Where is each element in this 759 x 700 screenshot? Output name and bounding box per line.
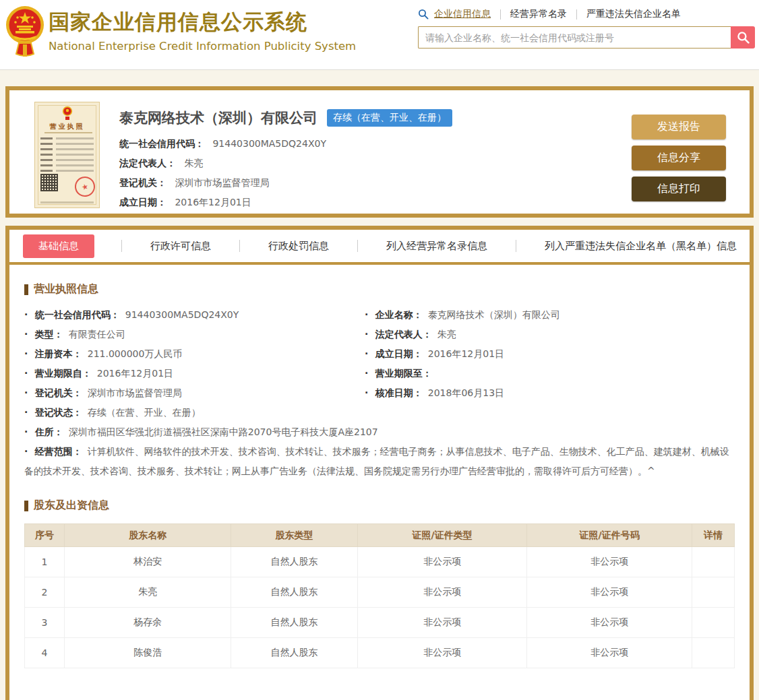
tab-administrative-license[interactable]: 行政许可信息	[149, 234, 212, 258]
company-summary-card: 营业执照 ★ 泰克网络技术（深圳）有限公司 存续（在营、开业、在册） 统一社会信…	[5, 86, 754, 218]
company-name: 泰克网络技术（深圳）有限公司	[119, 108, 317, 127]
info-business-scope: 经营范围：计算机软件、网络软件的技术开发、技术咨询、技术转让、技术服务；经营电子…	[24, 442, 735, 481]
tab-administrative-penalty[interactable]: 行政处罚信息	[267, 234, 330, 258]
shareholders-section-title: 股东及出资信息	[24, 499, 735, 513]
tab-abnormal-operations-list[interactable]: 列入经营异常名录信息	[385, 234, 489, 258]
col-header-shareholder-name: 股东名称	[64, 524, 231, 547]
table-row: 3 杨存余 自然人股东 非公示项 非公示项	[25, 608, 735, 638]
table-row: 4 陈俊浩 自然人股东 非公示项 非公示项	[25, 638, 735, 668]
info-legal-representative: 法定代表人：朱亮	[365, 325, 735, 344]
search-icon	[418, 9, 429, 20]
shareholders-table: 序号 股东名称 股东类型 证照/证件类型 证照/证件号码 详情 1 林治安 自然…	[24, 523, 735, 668]
nav-link-abnormal-operations[interactable]: 经营异常名录	[510, 8, 567, 20]
col-header-shareholder-type: 股东类型	[231, 524, 357, 547]
card-field-credit-code: 统一社会信用代码： 91440300MA5DQ24X0Y	[119, 134, 452, 154]
nav-divider	[500, 9, 501, 20]
table-row: 1 林治安 自然人股东 非公示项 非公示项	[25, 547, 735, 577]
status-badge: 存续（在营、开业、在册）	[327, 109, 452, 127]
license-emblem-icon	[62, 106, 73, 121]
print-info-button[interactable]: 信息打印	[632, 177, 726, 201]
tab-bar: 基础信息 行政许可信息 行政处罚信息 列入经营异常名录信息 列入严重违法失信企业…	[9, 230, 750, 265]
info-address: 住所：深圳市福田区华强北街道福强社区深南中路2070号电子科技大厦A座2107	[24, 422, 735, 442]
card-field-registration-authority: 登记机关： 深圳市市场监督管理局	[119, 173, 452, 193]
card-field-legal-representative: 法定代表人： 朱亮	[119, 154, 452, 173]
card-field-establish-date: 成立日期： 2016年12月01日	[119, 193, 452, 212]
col-header-certificate-number: 证照/证件号码	[527, 524, 692, 547]
col-header-index: 序号	[25, 524, 65, 547]
search-button[interactable]	[731, 26, 755, 49]
license-qr-code	[40, 174, 58, 191]
site-header: 国家企业信用信息公示系统 National Enterprise Credit …	[0, 0, 759, 70]
table-header-row: 序号 股东名称 股东类型 证照/证件类型 证照/证件号码 详情	[25, 524, 735, 547]
info-registration-status: 登记状态：存续（在营、开业、在册）	[24, 403, 365, 422]
tab-basic-info[interactable]: 基础信息	[23, 234, 94, 258]
col-header-details: 详情	[692, 524, 734, 547]
detail-content-box: 基础信息 行政许可信息 行政处罚信息 列入经营异常名录信息 列入严重违法失信企业…	[5, 226, 754, 700]
search-button-icon	[737, 31, 750, 44]
top-nav: 企业信用信息 经营异常名录 严重违法失信企业名单	[418, 7, 755, 22]
info-company-name: 企业名称：泰克网络技术（深圳）有限公司	[365, 305, 735, 325]
info-establish-date: 成立日期：2016年12月01日	[365, 344, 735, 364]
tab-serious-violations-blacklist[interactable]: 列入严重违法失信企业名单（黑名单）信息	[543, 234, 738, 258]
info-credit-code: 统一社会信用代码：91440300MA5DQ24X0Y	[24, 305, 365, 325]
business-license-image: 营业执照 ★	[34, 102, 100, 208]
table-row: 2 朱亮 自然人股东 非公示项 非公示项	[25, 577, 735, 608]
site-subtitle: National Enterprise Credit Information P…	[49, 40, 356, 53]
info-approval-date: 核准日期：2018年06月13日	[365, 383, 735, 403]
license-title: 营业执照	[35, 122, 99, 131]
nav-link-serious-violations[interactable]: 严重违法失信企业名单	[586, 8, 681, 20]
info-company-type: 类型：有限责任公司	[24, 325, 365, 344]
info-term-to: 营业期限至：	[365, 364, 735, 383]
info-term-from: 营业期限自：2016年12月01日	[24, 364, 365, 383]
site-title: 国家企业信用信息公示系统	[49, 8, 356, 36]
nav-link-enterprise-credit[interactable]: 企业信用信息	[434, 8, 491, 20]
send-report-button[interactable]: 发送报告	[632, 115, 726, 139]
col-header-certificate-type: 证照/证件类型	[357, 524, 527, 547]
info-registration-authority: 登记机关：深圳市市场监督管理局	[24, 383, 365, 403]
share-info-button[interactable]: 信息分享	[632, 146, 726, 170]
nav-divider	[576, 9, 577, 20]
national-emblem-logo	[5, 4, 44, 61]
info-registered-capital: 注册资本：211.000000万人民币	[24, 344, 365, 364]
license-section-title: 营业执照信息	[24, 282, 735, 296]
search-input[interactable]	[418, 26, 731, 49]
